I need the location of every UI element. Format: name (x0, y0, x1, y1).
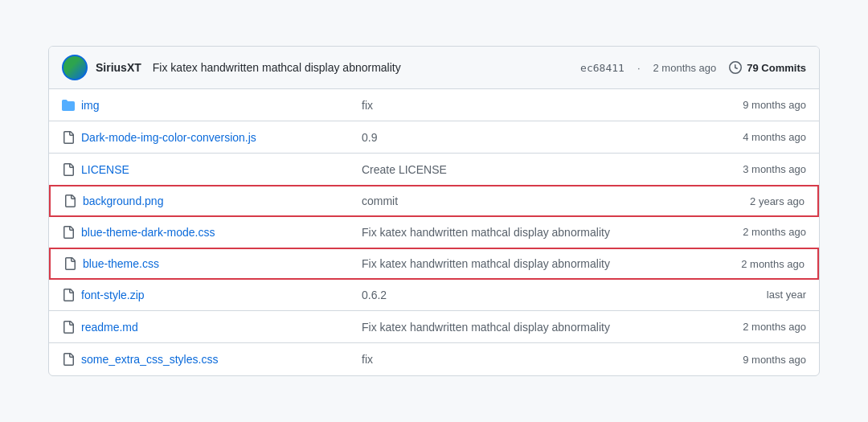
file-commit-msg: 0.9 (362, 131, 661, 144)
file-icon (62, 353, 75, 366)
file-cell: blue-theme-dark-mode.css (62, 226, 362, 239)
file-name[interactable]: img (81, 99, 100, 112)
clock-icon (729, 61, 742, 74)
header-right: ec68411 · 2 months ago 79 Commits (580, 61, 806, 74)
file-row: img fix 9 months ago (49, 89, 819, 121)
file-icon (63, 257, 76, 270)
file-name[interactable]: readme.md (81, 321, 138, 334)
file-row: readme.md Fix katex handwritten mathcal … (49, 311, 819, 343)
file-commit-msg: fix (362, 99, 661, 112)
file-name[interactable]: some_extra_css_styles.css (81, 353, 218, 366)
file-row: blue-theme-dark-mode.css Fix katex handw… (49, 216, 819, 248)
file-time: 4 months ago (661, 131, 806, 143)
file-icon (62, 289, 75, 301)
file-list: img fix 9 months ago Dark-mode-img-color… (49, 89, 819, 375)
file-time: 2 months ago (660, 258, 805, 270)
commit-message: Fix katex handwritten mathcal display ab… (153, 61, 401, 74)
folder-icon (62, 99, 75, 112)
file-commit-msg: fix (362, 353, 661, 366)
repo-container: SiriusXT Fix katex handwritten mathcal d… (48, 46, 820, 376)
file-name[interactable]: blue-theme.css (83, 257, 159, 270)
file-name[interactable]: Dark-mode-img-color-conversion.js (81, 131, 256, 144)
file-time: 9 months ago (661, 99, 806, 111)
repo-header: SiriusXT Fix katex handwritten mathcal d… (49, 47, 819, 89)
commit-relative-time: 2 months ago (653, 62, 717, 74)
file-cell: font-style.zip (62, 289, 362, 301)
file-commit-msg: Create LICENSE (362, 163, 661, 176)
file-commit-msg: 0.6.2 (362, 289, 661, 301)
file-time: 3 months ago (661, 163, 806, 175)
file-cell: Dark-mode-img-color-conversion.js (62, 131, 362, 144)
file-row: background.png commit 2 years ago (49, 185, 819, 217)
file-commit-msg: Fix katex handwritten mathcal display ab… (362, 226, 661, 239)
file-name[interactable]: background.png (83, 195, 163, 207)
file-icon (62, 131, 75, 144)
avatar (62, 55, 88, 80)
file-icon (63, 195, 76, 207)
file-commit-msg: commit (362, 195, 660, 207)
commits-label: 79 Commits (747, 62, 806, 74)
file-cell: some_extra_css_styles.css (62, 353, 362, 366)
file-commit-msg: Fix katex handwritten mathcal display ab… (362, 257, 660, 270)
file-row: Dark-mode-img-color-conversion.js 0.9 4 … (49, 121, 819, 154)
file-cell: img (62, 99, 362, 112)
file-cell: readme.md (62, 321, 362, 334)
file-row: blue-theme.css Fix katex handwritten mat… (49, 248, 819, 280)
file-time: 9 months ago (661, 354, 806, 366)
header-left: SiriusXT Fix katex handwritten mathcal d… (62, 55, 401, 80)
file-name[interactable]: LICENSE (81, 163, 129, 176)
commit-time: · (637, 62, 641, 74)
avatar-image (63, 56, 86, 79)
file-icon (62, 321, 75, 334)
file-time: 2 months ago (661, 321, 806, 333)
file-icon (62, 163, 75, 176)
file-commit-msg: Fix katex handwritten mathcal display ab… (362, 321, 661, 334)
file-cell: blue-theme.css (63, 257, 362, 270)
file-name[interactable]: font-style.zip (81, 289, 145, 301)
file-row: some_extra_css_styles.css fix 9 months a… (49, 343, 819, 375)
file-row: font-style.zip 0.6.2 last year (49, 279, 819, 311)
file-icon (62, 226, 75, 239)
author-name[interactable]: SiriusXT (96, 61, 141, 74)
file-cell: LICENSE (62, 163, 362, 176)
file-time: 2 years ago (660, 195, 805, 207)
commits-count[interactable]: 79 Commits (729, 61, 806, 74)
commit-hash[interactable]: ec68411 (580, 62, 624, 74)
file-name[interactable]: blue-theme-dark-mode.css (81, 226, 215, 239)
file-time: 2 months ago (661, 226, 806, 238)
file-cell: background.png (63, 195, 362, 207)
file-row: LICENSE Create LICENSE 3 months ago (49, 154, 819, 186)
file-time: last year (661, 289, 806, 301)
